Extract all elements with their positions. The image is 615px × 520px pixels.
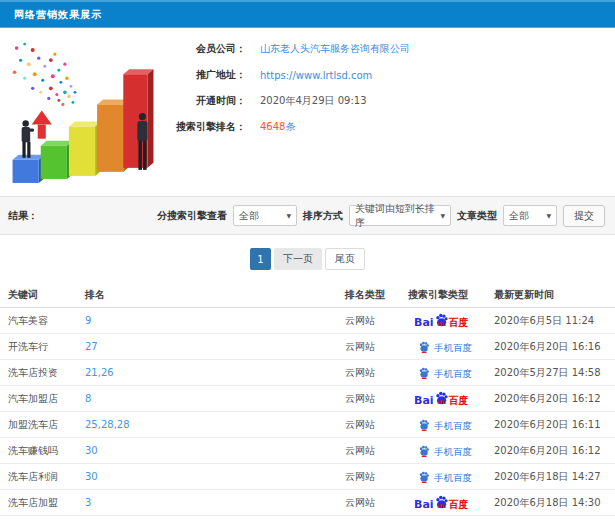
baidu-cn-text: 百度 [449, 500, 469, 510]
rank-type-cell: 云网站 [345, 340, 408, 354]
mobile-baidu-text: 手机百度 [434, 473, 472, 483]
baidu-paw-icon [418, 367, 430, 379]
page-last-button[interactable]: 尾页 [325, 248, 365, 270]
promotion-url-link[interactable]: https://www.lrtlsd.com [260, 70, 372, 81]
keyword-cell: 开洗车行 [8, 340, 85, 354]
table-row: 加盟洗车店 25,28,28 云网站 手机百度 2020年6月20日 16:11 [0, 412, 615, 438]
table-row: 洗车店投资 21,26 云网站 手机百度 2020年5月27日 14:58 [0, 360, 615, 386]
rank-type-cell: 云网站 [345, 444, 408, 458]
keyword-cell: 加盟洗车店 [8, 418, 85, 432]
article-type-select[interactable]: 全部 ▼ [503, 205, 557, 226]
article-type-label: 文章类型 [457, 209, 497, 223]
baidu-cn-text: 百度 [449, 396, 469, 406]
bar-yellow [69, 122, 101, 176]
engine-filter-label: 分搜索引擎查看 [157, 209, 227, 223]
ranking-count-unit: 条 [285, 121, 295, 132]
open-time-value: 2020年4月29日 09:13 [260, 94, 367, 108]
page-next-button[interactable]: 下一页 [274, 248, 322, 270]
col-updated: 最新更新时间 [494, 288, 615, 302]
updated-cell: 2020年6月18日 14:30 [494, 496, 615, 510]
bar-green [41, 141, 73, 179]
rank-cell[interactable]: 21,26 [85, 367, 345, 378]
rank-cell[interactable]: 8 [85, 393, 345, 404]
company-label: 会员公司： [156, 42, 246, 56]
keyword-cell: 汽车美容 [8, 314, 85, 328]
table-row: 开洗车行 27 云网站 手机百度 2020年6月20日 16:16 [0, 334, 615, 360]
table-row: 汽车美容 9 云网站 Baidu百度 2020年6月5日 11:24 [0, 308, 615, 334]
table-row: 汽车加盟店 8 云网站 Baidu百度 2020年6月20日 16:12 [0, 386, 615, 412]
keyword-cell: 汽车加盟店 [8, 392, 85, 406]
baidu-mobile-logo: 手机百度 [418, 367, 472, 379]
keyword-cell: 洗车店利润 [8, 470, 85, 484]
engine-cell: 手机百度 [408, 341, 494, 353]
mobile-baidu-text: 手机百度 [434, 369, 472, 379]
svg-text:du: du [437, 502, 446, 509]
rank-type-cell: 云网站 [345, 496, 408, 510]
ranking-count-number: 4648 [260, 121, 285, 132]
page-title: 网络营销效果展示 [0, 8, 102, 22]
keyword-cell: 洗车店加盟 [8, 496, 85, 510]
rank-cell[interactable]: 3 [85, 497, 345, 508]
engine-select[interactable]: 全部 ▼ [233, 205, 297, 226]
baidu-paw-icon [418, 419, 430, 431]
open-time-label: 开通时间： [156, 94, 246, 108]
baidu-paw-icon: du [434, 313, 449, 328]
sort-select[interactable]: 关键词由短到长排序 ▼ [349, 205, 451, 226]
engine-cell: Baidu百度 [408, 495, 494, 510]
baidu-mobile-logo: 手机百度 [418, 341, 472, 353]
businessman-left [22, 120, 35, 157]
svg-text:du: du [437, 398, 446, 405]
article-type-select-value: 全部 [509, 209, 529, 223]
page-current[interactable]: 1 [250, 248, 271, 270]
ranking-table: 关键词 排名 排名类型 搜索引擎类型 最新更新时间 汽车美容 9 云网站 Bai… [0, 283, 615, 516]
engine-cell: Baidu百度 [408, 313, 494, 328]
rank-type-cell: 云网站 [345, 314, 408, 328]
field-url: 推广地址： https://www.lrtlsd.com [156, 62, 410, 88]
baidu-paw-icon [418, 445, 430, 457]
col-keyword: 关键词 [8, 288, 85, 302]
engine-cell: 手机百度 [408, 367, 494, 379]
rank-type-cell: 云网站 [345, 366, 408, 380]
baidu-mobile-logo: 手机百度 [418, 445, 472, 457]
mobile-baidu-text: 手机百度 [434, 343, 472, 353]
rank-cell[interactable]: 25,28,28 [85, 419, 345, 430]
submit-button[interactable]: 提交 [563, 205, 605, 227]
rank-cell[interactable]: 9 [85, 315, 345, 326]
baidu-cn-text: 百度 [449, 318, 469, 328]
bar-blue [13, 155, 45, 183]
chevron-down-icon: ▼ [435, 212, 445, 219]
result-label: 结果： [0, 209, 38, 223]
ranking-count-label: 搜索引擎排名： [156, 120, 246, 134]
engine-cell: Baidu百度 [408, 391, 494, 406]
page-header: 网络营销效果展示 [0, 0, 615, 28]
chevron-down-icon: ▼ [541, 212, 551, 219]
rank-cell[interactable]: 27 [85, 341, 345, 352]
engine-cell: 手机百度 [408, 445, 494, 457]
filter-bar: 结果： 分搜索引擎查看 全部 ▼ 排序方式 关键词由短到长排序 ▼ 文章类型 全… [0, 196, 615, 235]
rank-type-cell: 云网站 [345, 470, 408, 484]
growth-chart-illustration [4, 34, 156, 190]
col-rank: 排名 [85, 288, 345, 302]
svg-text:du: du [437, 320, 446, 327]
up-arrow-icon [32, 110, 52, 138]
baidu-paw-icon: du [434, 391, 449, 406]
sort-select-value: 关键词由短到长排序 [355, 202, 435, 230]
rank-cell[interactable]: 30 [85, 445, 345, 456]
table-body: 汽车美容 9 云网站 Baidu百度 2020年6月5日 11:24 开洗车行 … [0, 308, 615, 516]
info-fields: 会员公司： 山东老人头汽车服务咨询有限公司 推广地址： https://www.… [156, 36, 410, 140]
field-open-time: 开通时间： 2020年4月29日 09:13 [156, 88, 410, 114]
keyword-cell: 洗车赚钱吗 [8, 444, 85, 458]
baidu-pc-logo: Baidu百度 [414, 391, 469, 406]
updated-cell: 2020年6月20日 16:12 [494, 444, 615, 458]
rank-type-cell: 云网站 [345, 418, 408, 432]
keyword-cell: 洗车店投资 [8, 366, 85, 380]
company-link[interactable]: 山东老人头汽车服务咨询有限公司 [260, 42, 410, 56]
ranking-count-value[interactable]: 4648条 [260, 120, 295, 134]
baidu-pc-logo: Baidu百度 [414, 495, 469, 510]
rank-cell[interactable]: 30 [85, 471, 345, 482]
col-rank-type: 排名类型 [345, 288, 408, 302]
url-label: 推广地址： [156, 68, 246, 82]
member-info-section: 会员公司： 山东老人头汽车服务咨询有限公司 推广地址： https://www.… [0, 28, 615, 196]
updated-cell: 2020年6月20日 16:16 [494, 340, 615, 354]
baidu-pc-logo: Baidu百度 [414, 313, 469, 328]
